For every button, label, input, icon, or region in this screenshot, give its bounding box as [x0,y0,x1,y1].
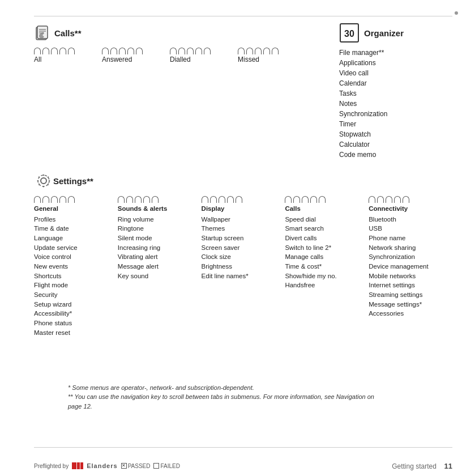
list-item: Key sound [118,271,202,281]
call-label-all: All [34,56,41,63]
list-item: Message alert [118,262,202,271]
list-item: Internet settings [369,280,452,290]
list-item: Startup screen [202,233,285,243]
list-item: Edit line names* [202,271,285,281]
calendar-number: 30 [344,29,354,39]
list-item: Time & date [34,224,118,233]
footnote-line1: * Some menus are operator-, network- and… [68,383,430,393]
col-title-display: Display [202,204,285,214]
organizer-header: 30 Organizer [339,23,452,43]
list-item: Show/hide my no. [285,271,369,281]
list-item: Increasing ring [118,243,202,253]
list-item: Language [34,233,118,243]
gear-icon [34,171,53,190]
list-item: Divert calls [285,233,369,243]
call-item-missed: Missed [238,48,283,63]
list-item: Setup wizard [34,300,118,309]
sounds-list: Ring volume Ringtone Silent mode Increas… [118,215,202,281]
list-item: Streaming settings [369,290,452,300]
list-item: Stopwatch [339,129,452,139]
calls-block: Calls** All Answered [34,23,306,160]
organizer-title: Organizer [364,28,404,38]
failed-box [153,463,159,469]
calls-col-list: Speed dial Smart search Divert calls Swi… [285,215,369,290]
general-arcs [34,196,118,203]
call-label-answered: Answered [102,56,132,63]
call-item-all: All [34,48,79,63]
list-item: Synchronization [339,109,452,119]
calls-title: Calls** [54,28,82,38]
settings-col-sounds: Sounds & alerts Ring volume Ringtone Sil… [118,196,202,337]
organizer-block: 30 Organizer File manager** Applications… [339,23,452,160]
list-item: Code memo [339,150,452,160]
list-item: Accessories [369,309,452,318]
svg-rect-7 [72,462,76,469]
page-footer: Preflighted by Elanders PASSED FAILED Ge… [34,461,452,470]
bottom-border [34,447,452,448]
organizer-icon: 30 [339,23,360,43]
list-item: Themes [202,224,285,233]
settings-col-connectivity: Connectivity Bluetooth USB Phone name Ne… [369,196,452,337]
phone-icon [34,23,54,43]
list-item: Accessibility* [34,309,118,318]
list-item: Handsfree [285,280,369,290]
footnotes: * Some menus are operator-, network- and… [68,383,430,411]
sounds-arcs [118,196,202,203]
svg-rect-9 [80,462,83,469]
list-item: Tasks [339,88,452,99]
main-content: Calls** All Answered [34,23,452,445]
list-item: Wallpaper [202,215,285,224]
list-item: Silent mode [118,233,202,243]
page-number: 11 [444,462,452,470]
call-item-dialled: Dialled [170,48,215,63]
dialled-arcs [170,48,211,54]
settings-header: Settings** [34,171,452,190]
list-item: Bluetooth [369,215,452,224]
call-label-missed: Missed [238,56,259,63]
list-item: Notes [339,99,452,109]
list-item: Message settings* [369,300,452,309]
list-item: Clock size [202,252,285,262]
corner-dot [455,11,458,15]
list-item: Video call [339,68,452,78]
calls-header: Calls** [34,23,306,43]
settings-grid: General Profiles Time & date Language Up… [34,196,452,337]
list-item: Voice control [34,252,118,262]
settings-col-general: General Profiles Time & date Language Up… [34,196,118,337]
list-item: Shortcuts [34,271,118,281]
svg-point-6 [38,175,49,186]
list-item: Profiles [34,215,118,224]
list-item: Synchronization [369,252,452,262]
list-item: Calculator [339,139,452,150]
page-section-label: Getting started [392,462,437,470]
list-item: New events [34,262,118,271]
col-title-calls: Calls [285,204,369,214]
organizer-list: File manager** Applications Video call C… [339,48,452,160]
list-item: Flight mode [34,280,118,290]
col-title-sounds: Sounds & alerts [118,204,202,214]
calls-col-arcs [285,196,369,203]
failed-checkbox: FAILED [153,463,179,469]
connectivity-arcs [369,196,452,203]
passed-label: PASSED [128,463,151,469]
calendar-icon: 30 [340,23,359,42]
list-item: Screen saver [202,243,285,253]
connectivity-list: Bluetooth USB Phone name Network sharing… [369,215,452,318]
general-list: Profiles Time & date Language Update ser… [34,215,118,338]
list-item: Mobile networks [369,271,452,281]
preflight-info: Preflighted by Elanders PASSED FAILED [34,461,180,470]
footnote-line2: ** You can use the navigation key to scr… [68,392,430,402]
passed-box [121,463,127,469]
settings-title: Settings** [53,176,93,186]
list-item: Phone name [369,233,452,243]
list-item: Network sharing [369,243,452,253]
settings-section: Settings** General Profiles Time & date … [34,171,452,337]
list-item: Time & cost* [285,262,369,271]
display-list: Wallpaper Themes Startup screen Screen s… [202,215,285,281]
elanders-icon [72,461,83,470]
top-section: Calls** All Answered [34,23,452,160]
list-item: USB [369,224,452,233]
list-item: Timer [339,119,452,129]
settings-col-calls: Calls Speed dial Smart search Divert cal… [285,196,369,337]
list-item: Security [34,290,118,300]
